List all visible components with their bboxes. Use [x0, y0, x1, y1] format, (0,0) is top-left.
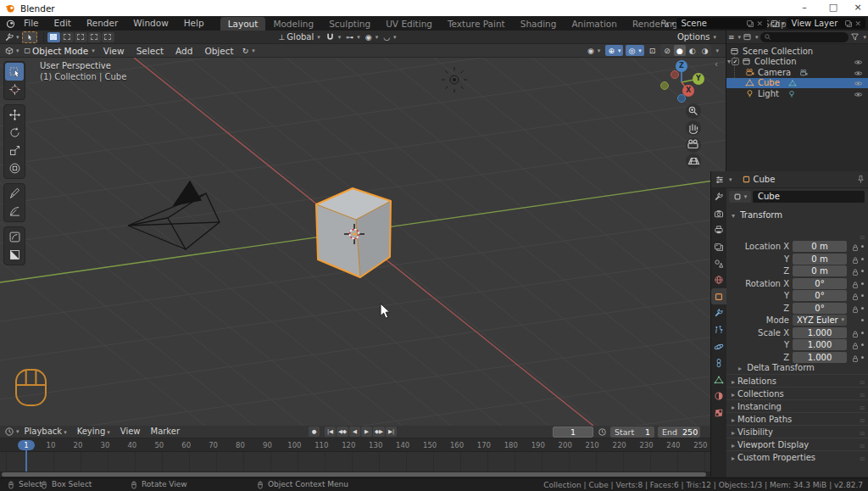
copy-icon[interactable]: [844, 20, 853, 28]
tool-add-cube[interactable]: [5, 228, 24, 246]
menu-file[interactable]: File: [16, 16, 47, 31]
collection-checkbox[interactable]: ✓: [732, 58, 739, 65]
object-name-field[interactable]: Cube: [753, 191, 865, 203]
panel-visibility[interactable]: ▸Visibility ≡: [726, 425, 868, 438]
tool-cursor[interactable]: [5, 81, 24, 98]
lock-icon[interactable]: [851, 304, 860, 315]
animate-dot[interactable]: [861, 332, 864, 334]
properties-tab-object[interactable]: [711, 288, 726, 305]
outliner-row-scene-collection[interactable]: Scene Collection: [726, 46, 868, 57]
scene-name[interactable]: Scene: [679, 19, 747, 28]
close-button[interactable]: ×: [848, 0, 868, 16]
workspace-tab-sculpting[interactable]: Sculpting: [321, 17, 378, 31]
last-operator-dropdown[interactable]: ↻▾: [240, 45, 258, 56]
properties-tab-render[interactable]: [711, 205, 726, 222]
animate-dot[interactable]: [861, 245, 864, 248]
eye-icon[interactable]: [854, 58, 863, 68]
display-mode-icon[interactable]: ≡: [728, 33, 735, 42]
rotation-mode-dropdown[interactable]: XYZ Euler▾: [793, 315, 847, 326]
xray-toggle[interactable]: ⊡: [647, 45, 659, 56]
lock-icon[interactable]: [851, 291, 860, 302]
filter-icon[interactable]: [850, 32, 860, 42]
tool-transform[interactable]: [5, 159, 24, 177]
menu-help[interactable]: Help: [176, 16, 212, 31]
timeline-menu-playback[interactable]: Playback▾: [19, 425, 72, 439]
transform-value-field[interactable]: 0°: [793, 290, 847, 301]
transform-value-field[interactable]: 0 m: [793, 241, 847, 252]
workspace-tab-texture-paint[interactable]: Texture Paint: [440, 17, 513, 31]
lock-icon[interactable]: [851, 242, 860, 253]
jump-start-button[interactable]: |◀: [325, 427, 336, 437]
transform-value-field[interactable]: 1.000: [793, 327, 847, 338]
search-input[interactable]: [760, 32, 849, 42]
editor-type-icon[interactable]: [4, 46, 14, 56]
viewport-menu-object[interactable]: Object: [198, 44, 239, 58]
panel-viewport-display[interactable]: ▸Viewport Display ≡: [726, 438, 868, 450]
play-reverse-button[interactable]: ◀: [349, 427, 360, 437]
menu-window[interactable]: Window: [125, 16, 175, 31]
gizmo-y-label[interactable]: Y: [695, 75, 702, 82]
outliner-row-camera[interactable]: Camera: [726, 67, 868, 78]
properties-tab-tool[interactable]: [711, 188, 726, 205]
blender-menu-icon[interactable]: [5, 18, 16, 29]
frame-end-field[interactable]: End250: [658, 427, 700, 438]
timeline-menu-keying[interactable]: Keying▾: [72, 425, 115, 439]
workspace-tab-layout[interactable]: Layout: [220, 17, 266, 31]
animate-dot[interactable]: [861, 294, 864, 297]
animate-dot[interactable]: [861, 258, 864, 260]
outliner-item-label[interactable]: Cube: [758, 78, 780, 87]
timeline-tracks[interactable]: [0, 452, 726, 471]
expand-icon[interactable]: ▾: [727, 58, 731, 65]
tool-select-box[interactable]: [5, 63, 24, 81]
scene-selector[interactable]: ▾ Scene ✕: [660, 18, 767, 29]
outliner-row-light[interactable]: Light: [726, 88, 868, 99]
timeline-menu-view[interactable]: View: [115, 425, 146, 439]
active-tool-button[interactable]: [22, 31, 37, 43]
next-keyframe-button[interactable]: ◆▶: [373, 427, 385, 437]
lock-icon[interactable]: [851, 353, 860, 364]
timeline-menu-marker[interactable]: Marker: [146, 425, 186, 439]
shading-material-button[interactable]: ◐: [687, 45, 698, 56]
lock-icon[interactable]: [851, 279, 860, 290]
viewport-menu-select[interactable]: Select: [131, 44, 170, 58]
properties-tab-view-layer[interactable]: [711, 238, 726, 255]
gizmos-toggle[interactable]: ⊕▾: [605, 45, 623, 56]
animate-dot[interactable]: [861, 270, 864, 272]
lock-icon[interactable]: [851, 328, 860, 339]
prev-keyframe-button[interactable]: ◀◆: [337, 427, 348, 437]
eye-icon[interactable]: [854, 79, 863, 89]
properties-tab-output[interactable]: [711, 221, 726, 238]
unlink-icon[interactable]: ✕: [853, 20, 863, 28]
editor-type-icon[interactable]: [4, 32, 14, 42]
workspace-tab-uv-editing[interactable]: UV Editing: [378, 17, 440, 31]
shading-rendered-button[interactable]: ◑: [699, 45, 711, 56]
animate-dot[interactable]: [861, 282, 864, 285]
shading-solid-button[interactable]: ●: [674, 45, 686, 56]
animate-dot[interactable]: [861, 356, 864, 359]
falloff-dropdown[interactable]: ◡▾: [381, 31, 398, 42]
tool-scale[interactable]: [5, 142, 24, 159]
tool-move[interactable]: [5, 106, 24, 124]
panel-custom-properties[interactable]: ▸Custom Properties ≡: [726, 450, 868, 463]
properties-tab-texture[interactable]: [711, 405, 726, 421]
lock-icon[interactable]: [851, 254, 860, 265]
overlays-toggle[interactable]: ◎▾: [626, 45, 643, 56]
properties-tab-scene[interactable]: [711, 254, 726, 271]
view-layer-selector[interactable]: ▾ View Layer ✕: [771, 18, 865, 29]
outliner-item-label[interactable]: Camera: [758, 68, 791, 77]
menu-render[interactable]: Render: [79, 16, 125, 31]
gizmo-x-label[interactable]: X: [685, 86, 692, 94]
tool-extrude[interactable]: [5, 246, 24, 264]
playhead[interactable]: [25, 449, 27, 471]
workspace-tab-modeling[interactable]: Modeling: [265, 17, 321, 31]
properties-tab-material[interactable]: [711, 388, 726, 405]
gizmo-z-label[interactable]: Z: [678, 62, 685, 70]
transform-value-field[interactable]: 0 m: [793, 265, 847, 276]
copy-icon[interactable]: [746, 20, 754, 28]
viewport-menu-view[interactable]: View: [97, 44, 131, 58]
frame-start-field[interactable]: Start1: [610, 427, 654, 438]
workspace-tab-animation[interactable]: Animation: [564, 17, 625, 31]
delta-transform-panel[interactable]: ▸ Delta Transform: [738, 363, 815, 372]
eye-icon[interactable]: [854, 89, 863, 99]
panel-relations[interactable]: ▸Relations ≡: [726, 374, 868, 387]
